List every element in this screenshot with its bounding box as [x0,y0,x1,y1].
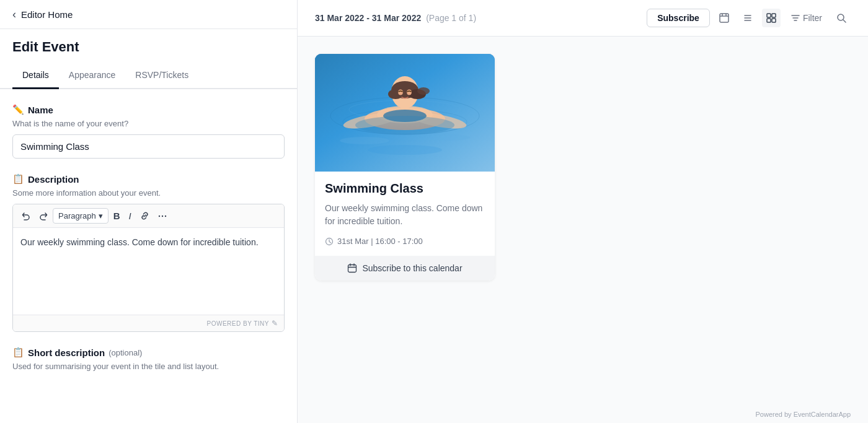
svg-point-37 [368,145,442,155]
event-card: Swimming Class Our weekly swimming class… [315,54,495,281]
event-card-image [315,54,495,172]
event-card-time: 31st Mar | 16:00 - 17:00 [325,237,485,246]
tabs-bar: Details Appearance RSVP/Tickets [0,63,297,89]
svg-point-2 [165,215,166,216]
svg-point-28 [417,87,430,95]
date-range: 31 Mar 2022 - 31 Mar 2022 (Page 1 of 1) [315,13,476,23]
svg-line-15 [843,20,846,22]
calendar-icon [347,263,357,273]
description-content-area[interactable]: Our weekly swimming class. Come down for… [13,228,284,315]
left-panel: ‹ Editor Home Edit Event Details Appeara… [0,0,298,423]
list-view-button[interactable] [738,9,757,27]
calendar-header: 31 Mar 2022 - 31 Mar 2022 (Page 1 of 1) … [298,0,868,37]
filter-button[interactable]: Filter [786,9,827,27]
paragraph-select[interactable]: Paragraph ▾ [53,208,108,224]
edit-icon[interactable]: ✎ [272,319,278,328]
redo-button[interactable] [35,209,51,223]
rich-toolbar: Paragraph ▾ B I [13,204,284,228]
search-button[interactable] [832,9,851,27]
event-card-description: Our weekly swimming class. Come down for… [325,202,485,228]
svg-point-35 [340,137,389,144]
subscribe-calendar-label: Subscribe to this calendar [362,263,462,273]
description-text: Our weekly swimming class. Come down for… [20,237,259,247]
short-description-icon: 📋 [12,347,24,358]
svg-rect-11 [772,14,776,17]
svg-point-30 [407,90,412,95]
svg-point-1 [162,215,163,216]
clock-icon [325,237,334,246]
filter-label: Filter [803,13,822,23]
description-field-section: 📋 Description Some more information abou… [12,173,285,332]
name-field-section: ✏️ Name What is the name of your event? [12,104,285,159]
event-card-title: Swimming Class [325,181,485,196]
page-title: Edit Event [0,29,297,60]
name-hint: What is the name of your event? [12,119,285,128]
event-card-body: Swimming Class Our weekly swimming class… [315,172,495,256]
description-hint: Some more information about your event. [12,188,285,198]
calendar-body: Swimming Class Our weekly swimming class… [298,37,868,406]
powered-label: POWERED BY TINY [207,320,269,327]
grid-view-button[interactable] [762,9,781,27]
event-image-svg [315,54,495,172]
bold-button[interactable]: B [110,208,124,224]
editor-footer: POWERED BY TINY ✎ [13,315,284,331]
svg-rect-13 [772,19,776,22]
right-panel: 31 Mar 2022 - 31 Mar 2022 (Page 1 of 1) … [298,0,868,423]
back-nav-label: Editor Home [21,9,73,20]
link-button[interactable] [136,209,153,223]
description-icon: 📋 [12,173,24,185]
subscribe-button[interactable]: Subscribe [647,9,710,27]
name-input[interactable] [12,134,285,159]
paragraph-label: Paragraph [58,211,96,220]
tab-details[interactable]: Details [12,63,59,89]
chevron-down-icon: ▾ [99,211,103,220]
tab-appearance[interactable]: Appearance [59,63,126,89]
calendar-view-button[interactable] [715,9,733,27]
panel-content: ✏️ Name What is the name of your event? … [0,89,297,390]
italic-button[interactable]: I [125,208,135,224]
short-description-section: 📋 Short description (optional) Used for … [12,347,285,375]
svg-rect-3 [720,14,728,22]
svg-point-34 [355,116,454,134]
short-description-label: Short description [28,347,105,358]
name-label: Name [28,105,53,115]
svg-rect-12 [767,19,771,22]
powered-right: Powered by EventCalendarApp [298,406,868,423]
more-button[interactable] [154,209,170,223]
svg-rect-10 [767,14,771,17]
tab-rsvp[interactable]: RSVP/Tickets [125,63,198,89]
subscribe-calendar-button[interactable]: Subscribe to this calendar [315,256,495,281]
description-label: Description [28,174,79,185]
optional-label: (optional) [108,348,142,357]
undo-button[interactable] [18,209,34,223]
rich-editor: Paragraph ▾ B I [12,204,285,332]
short-description-hint: Used for summarising your event in the t… [12,362,285,371]
svg-point-29 [398,90,403,95]
back-chevron-icon: ‹ [12,9,16,20]
calendar-actions: Subscribe Filter [647,9,851,27]
svg-point-36 [433,134,470,141]
svg-point-0 [159,215,160,216]
back-nav[interactable]: ‹ Editor Home [0,0,297,29]
svg-rect-39 [348,265,356,273]
name-icon: ✏️ [12,104,24,115]
